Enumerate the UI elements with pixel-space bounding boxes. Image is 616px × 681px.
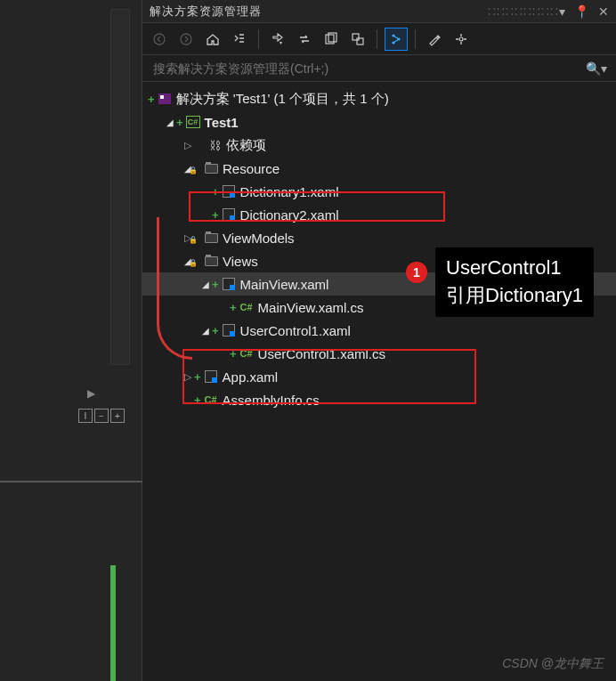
properties-button[interactable] [423, 28, 446, 51]
solution-label: 解决方案 'Test1' (1 个项目，共 1 个) [176, 91, 389, 108]
panel-title: 解决方案资源管理器 [150, 4, 484, 20]
git-status-icon: + [212, 278, 219, 291]
svg-rect-5 [353, 34, 359, 40]
minimap[interactable] [110, 9, 130, 365]
preview-button[interactable] [450, 28, 473, 51]
lock-icon: 🔒 [189, 259, 198, 267]
folder-label: Resource [223, 161, 280, 176]
folder-label: Views [223, 254, 258, 269]
csharp-project-icon: C# [185, 115, 201, 129]
file-label: MainView.xaml [240, 277, 329, 292]
solution-node[interactable]: + 解决方案 'Test1' (1 个项目，共 1 个) [142, 87, 616, 110]
git-status-icon: + [194, 370, 201, 384]
annotation-badge: 1 [406, 262, 427, 283]
file-label: Dictionary2.xaml [240, 207, 339, 223]
solution-tree: + 解决方案 'Test1' (1 个项目，共 1 个) + C# Test1 … [142, 82, 616, 411]
svg-point-10 [459, 37, 463, 41]
callout-line1: UserControl1 [446, 255, 583, 282]
forward-button[interactable] [174, 28, 198, 51]
chevron-right-icon[interactable] [182, 140, 194, 151]
panel-header: 解决方案资源管理器 ∷∷∷∷∷∷∷∷ ▾ 📍 ✕ [142, 0, 616, 23]
callout-line2: 引用Dictionary1 [446, 282, 583, 310]
search-icon[interactable]: 🔍▾ [582, 61, 611, 76]
separator [415, 29, 416, 49]
sync-button[interactable] [293, 28, 316, 51]
git-status-icon: + [212, 208, 219, 222]
file-label: UserControl1.xaml.cs [258, 346, 385, 361]
chevron-down-icon[interactable] [164, 117, 176, 127]
home-button[interactable] [201, 28, 224, 51]
change-marker [110, 565, 116, 681]
search-row: 🔍▾ [142, 55, 616, 82]
xaml-icon [203, 369, 219, 384]
file-usercontrol1[interactable]: + UserControl1.xaml [142, 319, 616, 342]
file-label: Dictionary1.xaml [240, 184, 339, 199]
xaml-icon [221, 207, 237, 222]
file-usercontrol1-cs[interactable]: + C# UserControl1.xaml.cs [142, 342, 616, 365]
tool-collapse-icon[interactable]: − [94, 409, 109, 423]
chevron-down-icon[interactable] [199, 325, 212, 336]
pending-changes-filter-button[interactable]: ▾ [266, 28, 289, 51]
separator [377, 29, 377, 49]
file-label: MainView.xaml.cs [258, 300, 364, 315]
editor-gutter: ▶ I − + [0, 0, 142, 681]
gutter-tools: I − + [78, 409, 125, 423]
switch-views-button[interactable] [228, 28, 251, 51]
show-all-files-button[interactable] [320, 28, 343, 51]
tool-indent-icon[interactable]: I [78, 409, 93, 423]
lock-icon: 🔒 [189, 166, 198, 174]
dependencies-icon: ⛓ [207, 138, 223, 152]
git-status-icon: + [194, 393, 201, 407]
file-label: AssemblyInfo.cs [223, 393, 320, 408]
file-dictionary1[interactable]: + Dictionary1.xaml [142, 180, 616, 203]
folder-label: ViewModels [223, 231, 295, 246]
folder-resource[interactable]: 🔒 Resource [142, 157, 616, 180]
project-node[interactable]: + C# Test1 [142, 110, 616, 134]
file-label: UserControl1.xaml [240, 323, 351, 338]
file-app-xaml[interactable]: + App.xaml [142, 365, 616, 388]
track-active-item-button[interactable] [385, 28, 408, 51]
dependencies-node[interactable]: ⛓ 依赖项 [142, 134, 616, 157]
git-status-icon: + [230, 301, 237, 314]
xaml-icon [221, 277, 237, 291]
collapse-all-button[interactable] [346, 28, 369, 51]
csharp-file-icon: C# [239, 346, 255, 361]
chevron-right-icon[interactable] [182, 371, 194, 383]
git-status-icon: + [212, 185, 219, 199]
folder-viewmodels[interactable]: 🔒 ViewModels [142, 226, 616, 249]
tool-expand-icon[interactable]: + [110, 409, 125, 423]
dropdown-icon[interactable]: ▾ [559, 4, 565, 19]
header-grip: ∷∷∷∷∷∷∷∷ [488, 4, 559, 19]
solution-icon [157, 92, 173, 106]
folder-icon [203, 161, 219, 175]
folder-icon [203, 231, 219, 245]
chevron-down-icon[interactable] [199, 279, 212, 289]
solution-explorer-panel: 解决方案资源管理器 ∷∷∷∷∷∷∷∷ ▾ 📍 ✕ ▾ [142, 0, 616, 681]
git-status-icon: + [212, 324, 219, 337]
project-label: Test1 [205, 115, 239, 130]
lock-icon: 🔒 [189, 236, 198, 244]
divider [0, 481, 142, 482]
svg-text:▾: ▾ [280, 40, 282, 45]
expand-arrow[interactable]: ▶ [87, 387, 95, 400]
file-assemblyinfo[interactable]: + C# AssemblyInfo.cs [142, 388, 616, 411]
annotation-callout: UserControl1 引用Dictionary1 [435, 247, 594, 317]
csharp-file-icon: C# [239, 300, 255, 314]
folder-icon [203, 254, 219, 268]
pin-icon[interactable]: 📍 [574, 4, 589, 19]
svg-rect-6 [357, 38, 363, 45]
svg-point-1 [181, 34, 191, 45]
watermark: CSDN @龙中舞王 [502, 656, 604, 672]
search-input[interactable] [148, 58, 582, 79]
file-dictionary2[interactable]: + Dictionary2.xaml [142, 203, 616, 226]
git-status-icon: + [230, 347, 237, 361]
back-button[interactable] [148, 28, 171, 51]
close-icon[interactable]: ✕ [598, 4, 609, 19]
separator [258, 29, 259, 49]
git-status-icon: + [176, 116, 183, 129]
file-label: App.xaml [223, 369, 279, 385]
svg-point-0 [154, 34, 165, 45]
xaml-icon [221, 323, 237, 337]
csharp-file-icon: C# [203, 393, 219, 407]
toolbar: ▾ [142, 23, 616, 55]
